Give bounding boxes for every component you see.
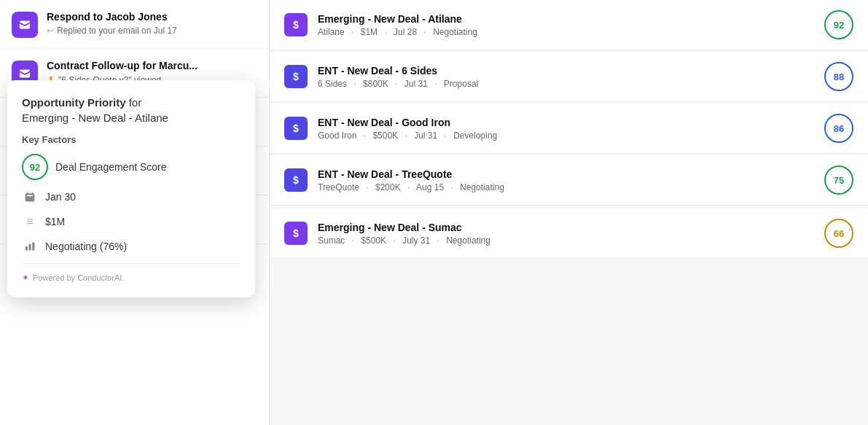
tooltip-score-badge: 92 <box>22 154 48 180</box>
deal-dollar-icon-treequote: $ <box>284 168 308 192</box>
deal-title-sumac: Emerging - New Deal - Sumac <box>318 222 824 233</box>
deal-meta-treequote: TreeQuote · $200K · Aug 15 · Negotiating <box>318 182 824 192</box>
activity-title: Respond to Jacob Jones <box>47 10 257 23</box>
tooltip-divider <box>22 263 241 264</box>
deal-info-atilane: Emerging - New Deal - Atilane Atilane · … <box>318 13 824 37</box>
tooltip-key-factors-label: Key Factors <box>22 134 241 145</box>
amount-icon-tooltip: ≡ <box>22 214 38 230</box>
calendar-icon-tooltip <box>22 189 38 205</box>
deal-item-treequote[interactable]: $ ENT - New Deal - TreeQuote TreeQuote ·… <box>270 155 868 206</box>
deal-dollar-icon-atilane: $ <box>284 13 308 36</box>
tooltip-stage-value: Negotiating (76%) <box>45 241 127 252</box>
deal-info-good-iron: ENT - New Deal - Good Iron Good Iron · $… <box>318 117 824 141</box>
deal-dollar-icon-sumac: $ <box>284 222 308 245</box>
activity-subtitle: ↩ Replied to your email on Jul 17 <box>47 26 257 36</box>
tooltip-stage-row: Negotiating (76%) <box>22 238 241 254</box>
tooltip-amount-row: ≡ $1M <box>22 214 241 230</box>
deal-dollar-icon-six-sides: $ <box>284 65 308 88</box>
deal-item-six-sides[interactable]: $ ENT - New Deal - 6 Sides 6 Sides · $80… <box>270 52 868 102</box>
tooltip-score-row: 92 Deal Engagement Score <box>22 154 241 180</box>
deal-info-six-sides: ENT - New Deal - 6 Sides 6 Sides · $800K… <box>318 65 824 89</box>
score-badge-good-iron: 86 <box>824 114 853 143</box>
deal-item-good-iron[interactable]: $ ENT - New Deal - Good Iron Good Iron ·… <box>270 104 868 154</box>
score-badge-six-sides: 88 <box>824 62 853 91</box>
deals-list: $ Emerging - New Deal - Atilane Atilane … <box>270 0 868 425</box>
tooltip-date-row: Jan 30 <box>22 189 241 205</box>
tooltip-date-value: Jan 30 <box>45 191 76 203</box>
deal-title-good-iron: ENT - New Deal - Good Iron <box>318 117 824 128</box>
tooltip-powered-by: ✦ Powered by ConductorAI. <box>22 273 241 283</box>
tooltip-score-label: Deal Engagement Score <box>55 161 167 173</box>
deal-dollar-icon-good-iron: $ <box>284 117 308 140</box>
deal-info-treequote: ENT - New Deal - TreeQuote TreeQuote · $… <box>318 168 824 192</box>
deal-title-atilane: Emerging - New Deal - Atilane <box>318 13 824 25</box>
activity-item-respond-jacob[interactable]: Respond to Jacob Jones ↩ Replied to your… <box>0 0 269 49</box>
deal-info-sumac: Emerging - New Deal - Sumac Sumac · $500… <box>318 222 824 246</box>
deal-item-atilane[interactable]: $ Emerging - New Deal - Atilane Atilane … <box>270 0 868 50</box>
score-badge-sumac: 66 <box>824 219 853 248</box>
reply-icon: ↩ <box>47 26 54 36</box>
score-badge-treequote: 75 <box>824 165 853 195</box>
opportunity-priority-tooltip: Opportunity Priority for Emerging - New … <box>7 80 255 297</box>
chart-icon-tooltip <box>22 238 38 254</box>
tooltip-amount-value: $1M <box>45 216 65 227</box>
deal-title-six-sides: ENT - New Deal - 6 Sides <box>318 65 824 77</box>
deal-meta-sumac: Sumac · $500K · July 31 · Negotiating <box>318 235 824 246</box>
score-badge-atilane: 92 <box>824 10 853 39</box>
sparkle-icon: ✦ <box>22 273 29 283</box>
activity-title-2: Contract Follow-up for Marcu... <box>47 59 257 72</box>
mail-icon <box>12 12 38 38</box>
deal-title-treequote: ENT - New Deal - TreeQuote <box>318 168 824 180</box>
deal-meta-good-iron: Good Iron · $500K · Jul 31 · Developing <box>318 130 824 141</box>
deal-meta-six-sides: 6 Sides · $800K · Jul 31 · Proposal <box>318 79 824 89</box>
deal-item-sumac[interactable]: $ Emerging - New Deal - Sumac Sumac · $5… <box>270 208 868 259</box>
activity-content: Respond to Jacob Jones ↩ Replied to your… <box>47 10 257 36</box>
tooltip-title: Opportunity Priority for Emerging - New … <box>22 95 241 125</box>
activity-list: Respond to Jacob Jones ↩ Replied to your… <box>0 0 270 425</box>
deal-meta-atilane: Atilane · $1M · Jul 28 · Negotiating <box>318 27 824 37</box>
